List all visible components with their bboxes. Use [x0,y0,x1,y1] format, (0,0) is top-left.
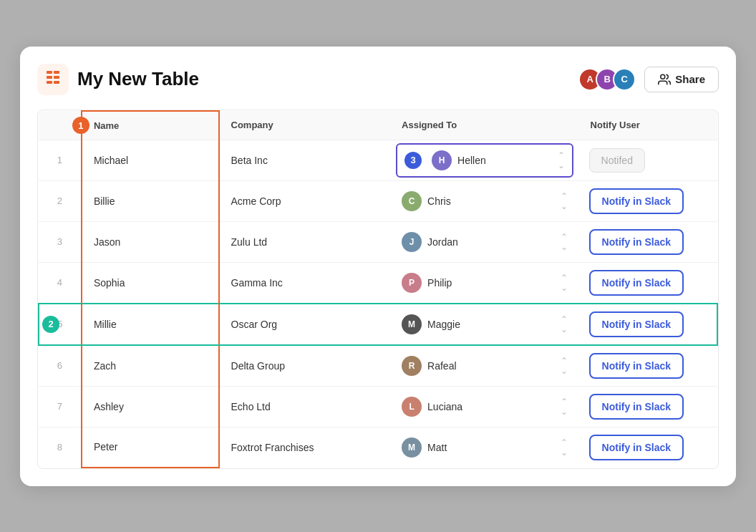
table-icon [44,69,62,90]
notify-cell: Notify in Slack [579,386,717,427]
table-row: 8PeterFoxtrot FranchisesMMatt⌃⌄Notify in… [39,427,717,468]
name-cell: Jason [82,221,219,262]
col-header-notify: Notify User [579,111,717,140]
row-number: 3 [39,221,82,262]
assigned-cell[interactable]: LLuciana⌃⌄ [390,386,579,427]
notify-cell: Notifed [579,140,717,180]
sort-chevron-icon[interactable]: ⌃⌄ [561,437,568,458]
name-cell: Sophia [82,262,219,304]
assigned-cell[interactable]: PPhilip⌃⌄ [390,262,579,304]
svg-rect-0 [47,71,52,74]
notify-slack-button[interactable]: Notify in Slack [589,229,684,255]
notify-slack-button[interactable]: Notify in Slack [589,394,684,420]
notify-cell: Notify in Slack [579,427,717,468]
badge-2: 2 [42,316,59,333]
sort-chevron-icon[interactable]: ⌃⌄ [561,397,568,417]
assigned-name: Maggie [427,319,460,330]
table-row: 6ZachDelta GroupRRafeal⌃⌄Notify in Slack [39,345,717,387]
table-header-row: 1 Name Company Assigned To Notify User [39,111,717,140]
col-header-company: Company [219,111,391,140]
table-row: 1MichaelBeta Inc3HHellen⌃⌄Notifed [39,140,717,180]
badge-3: 3 [404,152,422,169]
notify-slack-button[interactable]: Notify in Slack [589,435,684,460]
notify-slack-button[interactable]: Notify in Slack [589,270,684,296]
sort-chevron-icon[interactable]: ⌃⌄ [558,150,565,170]
notify-slack-button[interactable]: Notify in Slack [589,311,684,337]
row-number: 8 [39,427,82,468]
assigned-name: Chris [427,195,451,207]
row-number: 4 [39,262,82,304]
avatar-3: C [613,68,636,91]
assigned-cell[interactable]: MMatt⌃⌄ [390,427,579,468]
person-avatar: C [402,191,422,211]
company-cell: Oscar Org [219,304,391,345]
name-cell: Michael [82,140,219,180]
notify-slack-button[interactable]: Notify in Slack [589,188,684,214]
company-cell: Beta Inc [219,140,391,180]
assigned-cell[interactable]: RRafeal⌃⌄ [390,345,579,387]
data-table: 1 Name Company Assigned To Notify User [37,110,719,469]
name-cell: Billie [82,180,219,221]
share-button[interactable]: Share [644,67,719,92]
person-avatar: M [402,314,422,334]
page-title: My New Table [77,68,199,90]
share-icon [658,73,671,86]
name-cell: Zach [82,345,219,387]
col-header-name: 1 Name [82,111,219,140]
assigned-name: Luciana [427,401,462,412]
assigned-name: Jordan [427,236,458,248]
person-avatar: J [402,232,422,252]
table-row: 3JasonZulu LtdJJordan⌃⌄Notify in Slack [39,221,717,262]
header-left: My New Table [37,64,199,95]
person-avatar: P [402,273,422,293]
assigned-name: Rafeal [427,360,456,372]
assigned-name: Hellen [457,155,486,166]
company-cell: Foxtrot Franchises [219,427,391,468]
person-avatar: R [402,356,422,376]
share-label: Share [675,73,705,85]
notify-slack-button[interactable]: Notify in Slack [589,353,684,379]
sort-chevron-icon[interactable]: ⌃⌄ [561,273,568,293]
sort-chevron-icon[interactable]: ⌃⌄ [561,356,568,376]
table-row: 2BillieAcme CorpCChris⌃⌄Notify in Slack [39,180,717,221]
sort-chevron-icon[interactable]: ⌃⌄ [561,191,568,211]
notify-cell: Notify in Slack [579,180,717,221]
table-row: 7AshleyEcho LtdLLuciana⌃⌄Notify in Slack [39,386,717,427]
svg-rect-1 [54,71,59,74]
svg-rect-2 [47,76,52,79]
assigned-cell[interactable]: JJordan⌃⌄ [390,221,579,262]
person-avatar: H [432,150,452,170]
table-row: 25MillieOscar OrgMMaggie⌃⌄Notify in Slac… [39,304,717,345]
row-number: 1 [39,140,82,180]
name-cell: Millie [82,304,219,345]
sort-chevron-icon[interactable]: ⌃⌄ [561,314,568,334]
sort-chevron-icon[interactable]: ⌃⌄ [561,232,568,252]
assigned-cell[interactable]: CChris⌃⌄ [390,180,579,221]
company-cell: Zulu Ltd [219,221,391,262]
svg-rect-4 [47,81,52,84]
row-number: 6 [39,345,82,387]
notified-button: Notifed [589,148,645,173]
svg-rect-5 [54,81,59,84]
company-cell: Delta Group [219,345,391,387]
notify-cell: Notify in Slack [579,345,717,387]
svg-point-6 [661,74,665,79]
row-number: 25 [39,304,82,345]
company-cell: Gamma Inc [219,262,391,304]
table-row: 4SophiaGamma IncPPhilip⌃⌄Notify in Slack [39,262,717,304]
notify-cell: Notify in Slack [579,262,717,304]
col-header-assigned: Assigned To [390,111,579,140]
row-number: 2 [39,180,82,221]
row-number: 7 [39,386,82,427]
collaborator-avatars: A B C [578,68,636,91]
name-cell: Ashley [82,386,219,427]
svg-rect-3 [54,76,59,79]
header-right: A B C Share [578,67,719,92]
assigned-cell[interactable]: MMaggie⌃⌄ [390,304,579,345]
assigned-name: Philip [427,277,452,289]
company-cell: Echo Ltd [219,386,391,427]
assigned-cell[interactable]: 3HHellen⌃⌄ [390,140,579,180]
name-cell: Peter [82,427,219,468]
table-icon-wrap [37,64,69,95]
person-avatar: L [402,397,422,417]
